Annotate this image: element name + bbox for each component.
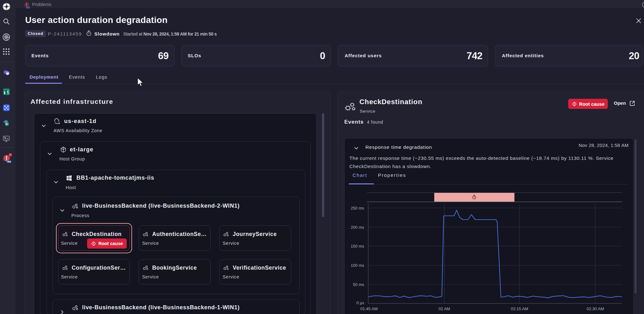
svg-text:02:30 AM: 02:30 AM <box>587 306 604 311</box>
svg-text:01:45 AM: 01:45 AM <box>360 306 378 311</box>
svg-text:02:15 AM: 02:15 AM <box>511 306 528 311</box>
svg-text:100 ms: 100 ms <box>351 263 364 268</box>
svg-text:200 ms: 200 ms <box>351 225 364 230</box>
svg-text:0 µs: 0 µs <box>356 300 364 305</box>
svg-text:150 ms: 150 ms <box>351 244 364 249</box>
svg-text:250 ms: 250 ms <box>351 206 364 210</box>
svg-text:50 ms: 50 ms <box>353 282 364 287</box>
svg-text:02 AM: 02 AM <box>439 306 450 311</box>
